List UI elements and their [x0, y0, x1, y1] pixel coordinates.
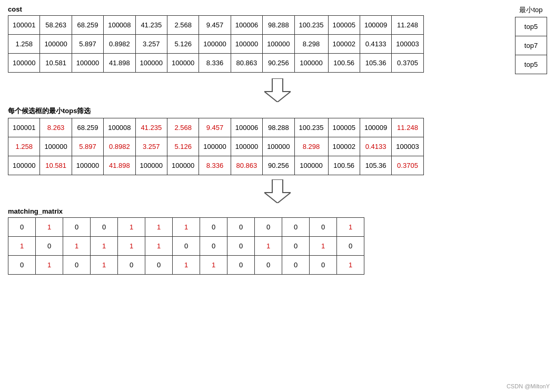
table-cell: 0 — [91, 218, 118, 237]
table-cell: 0 — [310, 218, 337, 237]
table-cell: 0 — [227, 218, 255, 237]
table-cell: 100009 — [360, 16, 391, 35]
table-cell: 8.263 — [40, 118, 72, 137]
table-cell: 0 — [310, 256, 337, 275]
table-cell: 1 — [337, 218, 364, 237]
section3-area: matching_matrix 010011100000110111100010… — [8, 207, 547, 275]
table-cell: 100.235 — [294, 16, 328, 35]
table-cell: 100000 — [231, 137, 262, 156]
side-table: top5top7top5 — [515, 17, 547, 74]
table-cell: 90.256 — [263, 156, 294, 175]
table-cell: 68.259 — [72, 118, 103, 137]
table-cell: 100000 — [8, 54, 40, 73]
table-cell: 100000 — [40, 137, 72, 156]
section3-label: matching_matrix — [8, 207, 547, 215]
table-cell: 5.126 — [167, 35, 199, 54]
table-cell: 5.897 — [72, 137, 103, 156]
table-cell: 0 — [282, 218, 310, 237]
table-cell: 105.36 — [360, 54, 391, 73]
table-cell: 100000 — [72, 54, 103, 73]
table-cell: 100000 — [8, 156, 40, 175]
table-cell: 90.256 — [263, 54, 294, 73]
cost-label: cost — [8, 5, 504, 13]
table-cell: 100003 — [392, 137, 423, 156]
table-cell: 5.126 — [167, 137, 199, 156]
table-cell: 1 — [173, 256, 200, 275]
table-cell: 0 — [200, 218, 227, 237]
table-cell: 100000 — [135, 54, 167, 73]
table-cell: 0 — [36, 237, 63, 256]
table-cell: 8.298 — [294, 35, 328, 54]
table-cell: 9.457 — [199, 16, 231, 35]
table-cell: 1 — [36, 256, 63, 275]
section2-label: 每个候选框的最小tops筛选 — [8, 106, 547, 116]
table-cell: 1 — [118, 218, 145, 237]
table-cell: 100002 — [328, 137, 360, 156]
table-cell: 8.298 — [294, 137, 328, 156]
table-cell: 100008 — [104, 16, 135, 35]
table-cell: 8.336 — [199, 54, 231, 73]
table-cell: 1 — [8, 237, 36, 256]
table-cell: 1 — [63, 237, 91, 256]
table-cell: 41.235 — [135, 118, 167, 137]
arrow2 — [8, 179, 547, 203]
table-cell: 68.259 — [72, 16, 103, 35]
table-cell: 1 — [91, 237, 118, 256]
table-cell: 11.248 — [392, 16, 423, 35]
table-cell: 100005 — [328, 16, 360, 35]
table-cell: 1 — [36, 218, 63, 237]
table-cell: 0 — [63, 218, 91, 237]
table-cell: 100001 — [8, 16, 40, 35]
table-cell: 100000 — [263, 35, 294, 54]
table-cell: 100000 — [167, 54, 199, 73]
watermark: CSDN @MiltonY — [507, 383, 550, 389]
table-cell: 80.863 — [231, 54, 262, 73]
table-cell: 5.897 — [72, 35, 103, 54]
table-cell: 1 — [200, 256, 227, 275]
table-cell: 3.257 — [135, 137, 167, 156]
table-cell: 3.257 — [135, 35, 167, 54]
table-cell: 98.288 — [263, 118, 294, 137]
table-cell: 100008 — [104, 118, 135, 137]
table-cell: 0.3705 — [392, 54, 423, 73]
section2-area: 每个候选框的最小tops筛选 1000018.26368.25910000841… — [8, 106, 547, 175]
table-cell: 100000 — [231, 35, 262, 54]
table-cell: 11.248 — [392, 118, 423, 137]
table-cell: 100000 — [199, 137, 231, 156]
table-cell: 100003 — [392, 35, 423, 54]
table-cell: 80.863 — [231, 156, 262, 175]
table-cell: 8.336 — [199, 156, 231, 175]
table-cell: 0 — [227, 237, 255, 256]
table-cell: 41.898 — [104, 54, 135, 73]
table-cell: 0.3705 — [392, 156, 423, 175]
table-cell: 100002 — [328, 35, 360, 54]
table-cell: 100006 — [231, 16, 262, 35]
table-cell: 2.568 — [167, 118, 199, 137]
table-cell: 0 — [145, 256, 173, 275]
cost-section: cost 10000158.26368.25910000841.2352.568… — [8, 5, 504, 73]
table-cell: 0.8982 — [104, 137, 135, 156]
table-cell: 41.235 — [135, 16, 167, 35]
section3-table: 010011100000110111100010100101001100001 — [8, 217, 364, 275]
table-cell: 100.235 — [294, 118, 328, 137]
table-cell: 0 — [118, 256, 145, 275]
table-cell: 0.4133 — [360, 137, 391, 156]
table-cell: 9.457 — [199, 118, 231, 137]
table-cell: 100000 — [199, 35, 231, 54]
table-cell: 100005 — [328, 118, 360, 137]
table-cell: 100.56 — [328, 156, 360, 175]
side-label: 最小top — [519, 5, 542, 15]
table-cell: 1 — [145, 237, 173, 256]
table-cell: 100001 — [8, 118, 40, 137]
section1-area: cost 10000158.26368.25910000841.2352.568… — [8, 5, 547, 74]
svg-marker-0 — [264, 78, 291, 102]
table-cell: 1 — [91, 256, 118, 275]
table-cell: 100000 — [135, 156, 167, 175]
table-cell: 0.4133 — [360, 35, 391, 54]
table-cell: 41.898 — [104, 156, 135, 175]
arrow1 — [8, 78, 547, 102]
table-cell: 100000 — [167, 156, 199, 175]
table-cell: 100000 — [294, 54, 328, 73]
table-cell: top7 — [516, 36, 547, 55]
cost-table: 10000158.26368.25910000841.2352.5689.457… — [8, 15, 424, 73]
